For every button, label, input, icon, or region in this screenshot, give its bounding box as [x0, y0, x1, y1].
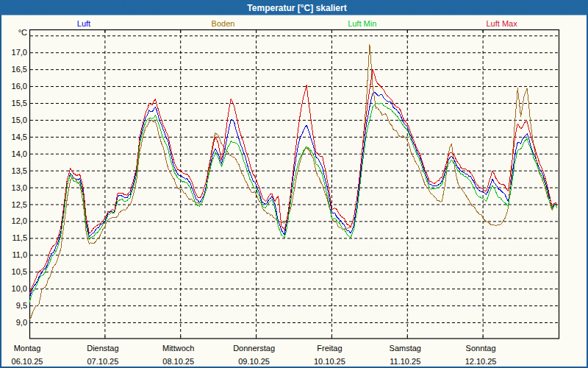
svg-text:Luft Max: Luft Max	[487, 19, 518, 28]
svg-text:14,0: 14,0	[12, 149, 27, 158]
svg-text:13,0: 13,0	[12, 183, 27, 192]
svg-text:17,0: 17,0	[12, 48, 27, 57]
svg-text:Boden: Boden	[212, 19, 235, 28]
svg-text:Montag: Montag	[14, 344, 41, 353]
svg-text:16,0: 16,0	[12, 82, 27, 91]
svg-text:11.10.25: 11.10.25	[390, 357, 420, 366]
svg-text:06.10.25: 06.10.25	[12, 357, 43, 366]
svg-text:10.10.25: 10.10.25	[314, 357, 345, 366]
svg-text:14,5: 14,5	[12, 132, 27, 141]
svg-text:Dienstag: Dienstag	[87, 344, 118, 353]
svg-text:°C: °C	[18, 28, 27, 37]
svg-text:Luft: Luft	[77, 19, 90, 28]
svg-text:15,0: 15,0	[12, 116, 27, 124]
svg-text:13,5: 13,5	[12, 166, 27, 175]
svg-text:16,5: 16,5	[12, 65, 27, 74]
svg-text:11,0: 11,0	[12, 250, 27, 259]
svg-text:08.10.25: 08.10.25	[162, 357, 194, 366]
svg-text:07.10.25: 07.10.25	[87, 357, 118, 366]
svg-text:Sonntag: Sonntag	[466, 344, 496, 353]
svg-text:9,5: 9,5	[16, 301, 27, 310]
svg-text:Freitag: Freitag	[317, 344, 342, 353]
svg-text:12,0: 12,0	[12, 216, 27, 225]
svg-text:10,0: 10,0	[12, 284, 27, 293]
svg-text:12,5: 12,5	[12, 200, 27, 209]
svg-text:10,5: 10,5	[12, 267, 27, 276]
svg-text:9,0: 9,0	[16, 318, 27, 327]
svg-text:Donnerstag: Donnerstag	[233, 344, 275, 353]
svg-text:11,5: 11,5	[12, 233, 27, 242]
svg-text:Temperatur [°C] skaliert: Temperatur [°C] skaliert	[247, 3, 346, 13]
svg-text:12.10.25: 12.10.25	[465, 357, 497, 366]
svg-text:Mittwoch: Mittwoch	[162, 344, 194, 353]
svg-text:15,5: 15,5	[12, 99, 27, 107]
svg-text:Samstag: Samstag	[390, 344, 421, 353]
svg-text:Luft Min: Luft Min	[348, 19, 376, 28]
svg-text:09.10.25: 09.10.25	[238, 357, 270, 366]
